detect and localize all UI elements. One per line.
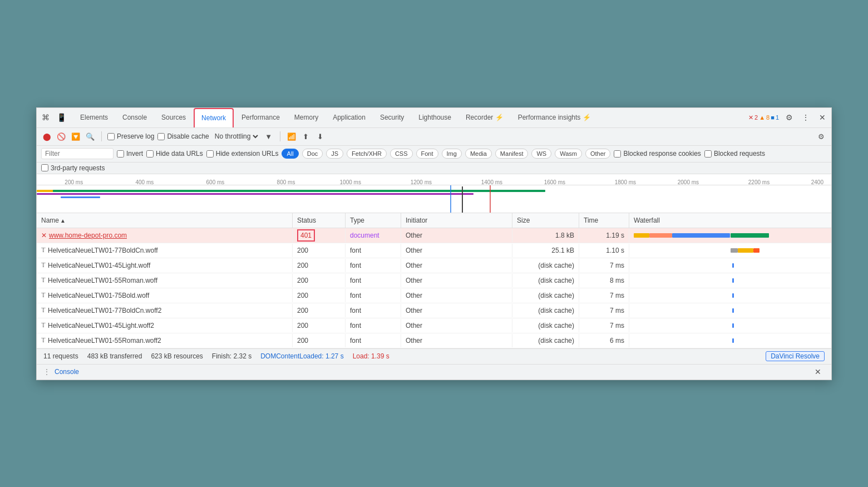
preserve-log-label[interactable]: Preserve log xyxy=(107,132,154,140)
disable-cache-label[interactable]: Disable cache xyxy=(157,132,209,140)
throttle-select[interactable]: No throttling xyxy=(213,132,260,141)
td-waterfall-font1 xyxy=(629,243,831,258)
wf-bar-font7 xyxy=(732,338,734,343)
filter-icon[interactable]: 🔽 xyxy=(70,131,81,142)
tab-network[interactable]: Network xyxy=(194,108,234,127)
filter-manifest-btn[interactable]: Manifest xyxy=(495,149,529,159)
th-type[interactable]: Type xyxy=(346,213,401,228)
console-label[interactable]: Console xyxy=(55,368,79,376)
th-time[interactable]: Time xyxy=(579,213,629,228)
download-icon[interactable]: ⬇ xyxy=(315,131,326,142)
tab-elements[interactable]: Elements xyxy=(73,108,115,127)
th-name[interactable]: Name▲ xyxy=(37,213,293,228)
th-initiator[interactable]: Initiator xyxy=(401,213,512,228)
invert-label[interactable]: Invert xyxy=(117,150,143,158)
td-status-error: 401 xyxy=(293,229,346,242)
tab-lighthouse[interactable]: Lighthouse xyxy=(412,108,458,127)
td-name-font7-text: HelveticaNeueLTW01-55Roman.woff2 xyxy=(48,337,161,345)
invert-checkbox[interactable] xyxy=(117,150,124,158)
disable-cache-checkbox[interactable] xyxy=(157,133,165,140)
wf-bar-dns xyxy=(634,233,649,238)
table-row-font5[interactable]: 𝕋 HelveticaNeueLTW01-77BoldCn.woff2 200 … xyxy=(37,303,831,318)
tab-console[interactable]: Console xyxy=(116,108,154,127)
table-row-font3[interactable]: 𝕋 HelveticaNeueLTW01-55Roman.woff 200 fo… xyxy=(37,273,831,288)
hide-data-urls-label[interactable]: Hide data URLs xyxy=(146,150,203,158)
table-row-error[interactable]: ✕ www.home-depot-pro.com 401 document Ot… xyxy=(37,228,831,243)
tab-performance[interactable]: Performance xyxy=(235,108,287,127)
hide-ext-urls-checkbox[interactable] xyxy=(206,150,214,158)
search-icon[interactable]: 🔍 xyxy=(85,131,96,142)
filter-other-btn[interactable]: Other xyxy=(585,149,611,159)
blocked-requests-label[interactable]: Blocked requests xyxy=(704,150,765,158)
filter-css-btn[interactable]: CSS xyxy=(390,149,413,159)
upload-icon[interactable]: ⬆ xyxy=(300,131,312,142)
info-count: 1 xyxy=(776,114,779,121)
filter-media-btn[interactable]: Media xyxy=(465,149,492,159)
hide-data-urls-checkbox[interactable] xyxy=(146,150,154,158)
table-row-font1[interactable]: 𝕋 HelveticaNeueLTW01-77BoldCn.woff 200 f… xyxy=(37,243,831,258)
close-icon[interactable]: ✕ xyxy=(816,111,829,124)
hide-ext-urls-label[interactable]: Hide extension URLs xyxy=(206,150,279,158)
wifi-icon[interactable]: 📶 xyxy=(286,131,297,142)
filter-fetch-btn[interactable]: Fetch/XHR xyxy=(347,149,387,159)
devtools-window: ⌘ 📱 Elements Console Sources Network Per… xyxy=(36,107,832,380)
cursor-line xyxy=(462,186,463,213)
third-party-label[interactable]: 3rd-party requests xyxy=(41,164,827,172)
console-drag-handle[interactable]: ⋮ xyxy=(43,368,50,376)
font-file-icon-2: 𝕋 xyxy=(41,262,46,269)
td-time-font6: 7 ms xyxy=(579,319,629,332)
third-party-checkbox[interactable] xyxy=(41,164,48,171)
blocked-cookies-checkbox[interactable] xyxy=(614,150,621,158)
sort-arrow-name: ▲ xyxy=(60,218,66,224)
finish-time: Finish: 2.32 s xyxy=(212,352,251,360)
filter-img-btn[interactable]: Img xyxy=(442,149,462,159)
th-size[interactable]: Size xyxy=(512,213,579,228)
td-waterfall-font3 xyxy=(629,273,831,288)
wf-bar-font1-wait xyxy=(731,248,738,253)
tab-application[interactable]: Application xyxy=(326,108,372,127)
filter-all-btn[interactable]: All xyxy=(282,149,298,159)
table-row-font4[interactable]: 𝕋 HelveticaNeueLTW01-75Bold.woff 200 fon… xyxy=(37,288,831,303)
table-row-font6[interactable]: 𝕋 HelveticaNeueLTW01-45Light.woff2 200 f… xyxy=(37,318,831,333)
tab-memory[interactable]: Memory xyxy=(288,108,325,127)
blocked-cookies-label[interactable]: Blocked response cookies xyxy=(614,150,701,158)
network-table: Name▲ Status Type Initiator Size Time Wa… xyxy=(37,213,831,348)
waterfall-font3 xyxy=(634,276,827,285)
td-name-font1-text: HelveticaNeueLTW01-77BoldCn.woff xyxy=(48,247,158,254)
th-status[interactable]: Status xyxy=(293,213,346,228)
more-options-icon[interactable]: ⋮ xyxy=(799,111,812,124)
wf-bar-receive xyxy=(731,233,769,238)
table-row-font2[interactable]: 𝕋 HelveticaNeueLTW01-45Light.woff 200 fo… xyxy=(37,258,831,273)
td-initiator-font1: Other xyxy=(401,244,512,257)
tab-perf-insights[interactable]: Performance insights ⚡ xyxy=(511,108,598,127)
console-bar: ⋮ Console ✕ xyxy=(37,364,831,380)
toolbar-settings-icon[interactable]: ⚙ xyxy=(816,131,827,142)
device-icon[interactable]: 📱 xyxy=(55,111,68,124)
status-bar: 11 requests 483 kB transferred 623 kB re… xyxy=(37,348,831,364)
clear-btn[interactable]: 🚫 xyxy=(56,131,67,142)
filter-ws-btn[interactable]: WS xyxy=(531,149,551,159)
davinci-btn[interactable]: DaVinci Resolve xyxy=(766,351,825,361)
tab-recorder[interactable]: Recorder ⚡ xyxy=(459,108,510,127)
th-waterfall[interactable]: Waterfall xyxy=(629,213,831,228)
console-close-icon[interactable]: ✕ xyxy=(811,365,825,378)
preserve-log-checkbox[interactable] xyxy=(107,133,115,140)
td-name-font6: 𝕋 HelveticaNeueLTW01-45Light.woff2 xyxy=(37,319,293,332)
tab-security[interactable]: Security xyxy=(373,108,411,127)
waterfall-font7 xyxy=(634,336,827,345)
filter-js-btn[interactable]: JS xyxy=(326,149,343,159)
filter-wasm-btn[interactable]: Wasm xyxy=(555,149,582,159)
font-file-icon-5: 𝕋 xyxy=(41,307,46,314)
waterfall-font2 xyxy=(634,261,827,270)
settings-icon[interactable]: ⚙ xyxy=(782,111,796,124)
table-row-font7[interactable]: 𝕋 HelveticaNeueLTW01-55Roman.woff2 200 f… xyxy=(37,333,831,348)
filter-font-btn[interactable]: Font xyxy=(416,149,438,159)
inspect-icon[interactable]: ⌘ xyxy=(39,111,52,124)
record-btn[interactable]: ⬤ xyxy=(41,131,52,142)
filter-doc-btn[interactable]: Doc xyxy=(302,149,323,159)
throttle-arrow[interactable]: ▼ xyxy=(263,131,274,142)
mark-1000: 1000 ms xyxy=(340,179,361,185)
blocked-requests-checkbox[interactable] xyxy=(704,150,712,158)
filter-input[interactable] xyxy=(41,148,114,159)
tab-sources[interactable]: Sources xyxy=(155,108,193,127)
